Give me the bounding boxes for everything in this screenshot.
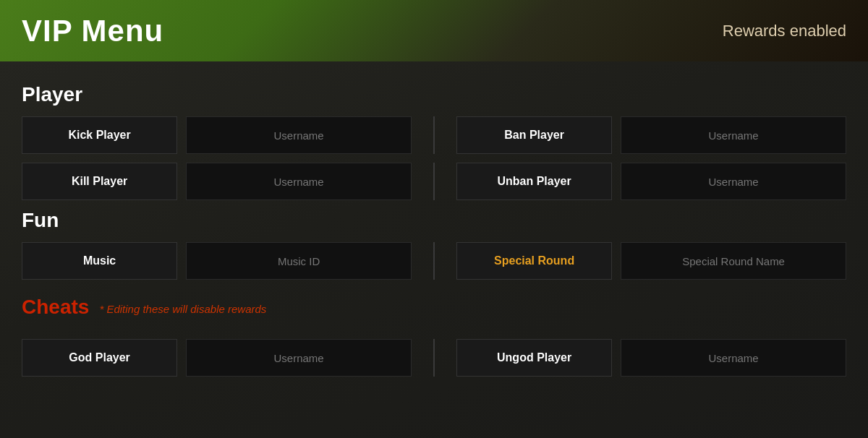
unban-player-button[interactable]: Unban Player	[456, 163, 612, 200]
unban-player-username-input[interactable]	[621, 163, 846, 200]
divider-3	[433, 242, 435, 280]
ungod-player-group: Ungod Player	[456, 339, 846, 377]
rewards-status: Rewards enabled	[723, 22, 846, 40]
special-round-button[interactable]: Special Round	[456, 242, 612, 280]
music-button[interactable]: Music	[22, 242, 177, 280]
music-group: Music	[22, 242, 412, 280]
kick-player-button[interactable]: Kick Player	[22, 116, 177, 154]
ungod-player-button[interactable]: Ungod Player	[456, 339, 612, 377]
cheats-section-header: Cheats * Editing these will disable rewa…	[22, 288, 846, 329]
kick-player-group: Kick Player	[22, 116, 412, 154]
kick-player-username-input[interactable]	[186, 116, 412, 154]
player-row-1: Kick Player Ban Player	[22, 116, 846, 154]
cheats-section-title: Cheats	[22, 296, 89, 319]
vip-menu-title: VIP Menu	[22, 14, 163, 48]
content-area: Player Kick Player Ban Player Kill Playe…	[0, 61, 868, 438]
player-section-title: Player	[22, 83, 846, 106]
cheats-row-1: God Player Ungod Player	[22, 339, 846, 377]
divider-1	[433, 116, 435, 154]
ban-player-username-input[interactable]	[621, 116, 846, 154]
unban-player-group: Unban Player	[456, 163, 846, 200]
kill-player-button[interactable]: Kill Player	[22, 163, 177, 200]
music-id-input[interactable]	[186, 242, 412, 280]
divider-2	[433, 163, 435, 200]
header: VIP Menu Rewards enabled	[0, 0, 868, 61]
kill-player-username-input[interactable]	[186, 163, 412, 200]
ban-player-group: Ban Player	[456, 116, 846, 154]
divider-4	[433, 339, 435, 377]
ban-player-button[interactable]: Ban Player	[456, 116, 612, 154]
god-player-button[interactable]: God Player	[22, 339, 177, 377]
special-round-group: Special Round	[456, 242, 846, 280]
cheats-warning-text: * Editing these will disable rewards	[99, 303, 266, 315]
player-row-2: Kill Player Unban Player	[22, 163, 846, 200]
kill-player-group: Kill Player	[22, 163, 412, 200]
fun-row-1: Music Special Round	[22, 242, 846, 280]
god-player-username-input[interactable]	[186, 339, 412, 377]
ungod-player-username-input[interactable]	[621, 339, 846, 377]
god-player-group: God Player	[22, 339, 412, 377]
special-round-name-input[interactable]	[621, 242, 846, 280]
fun-section-title: Fun	[22, 209, 846, 232]
